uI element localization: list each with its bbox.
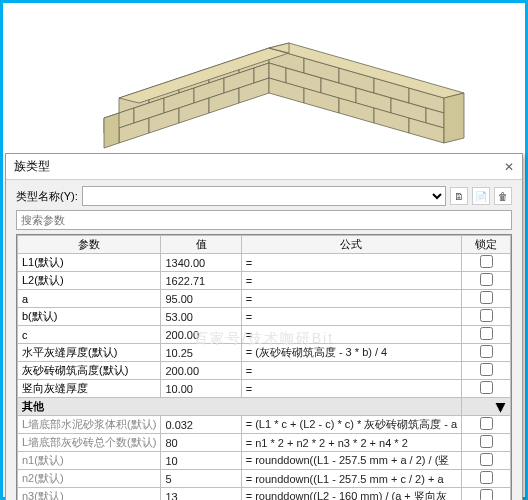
param-name-cell[interactable]: L1(默认): [18, 254, 161, 272]
typename-label: 类型名称(Y):: [16, 189, 78, 204]
table-row[interactable]: a95.00=: [18, 290, 511, 308]
dialog-title: 族类型: [14, 158, 50, 175]
lock-checkbox[interactable]: [480, 489, 493, 500]
param-formula-cell[interactable]: =: [241, 272, 462, 290]
param-lock-cell[interactable]: [462, 470, 511, 488]
table-row[interactable]: n1(默认)10= rounddown((L1 - 257.5 mm + a /…: [18, 452, 511, 470]
param-formula-cell[interactable]: =: [241, 290, 462, 308]
lock-checkbox[interactable]: [480, 291, 493, 304]
param-name-cell[interactable]: c: [18, 326, 161, 344]
dialog-titlebar: 族类型 ✕: [6, 154, 522, 180]
lock-checkbox[interactable]: [480, 345, 493, 358]
param-formula-cell[interactable]: =: [241, 380, 462, 398]
col-header-formula[interactable]: 公式: [241, 236, 462, 254]
param-name-cell[interactable]: L墙底部水泥砂浆体积(默认): [18, 416, 161, 434]
param-formula-cell[interactable]: = rounddown((L2 - 160 mm) / (a + 竖向灰: [241, 488, 462, 501]
param-name-cell[interactable]: n2(默认): [18, 470, 161, 488]
table-row[interactable]: 竖向灰缝厚度10.00=: [18, 380, 511, 398]
param-name-cell[interactable]: n3(默认): [18, 488, 161, 501]
param-name-cell[interactable]: L墙底部灰砂砖总个数(默认): [18, 434, 161, 452]
param-lock-cell[interactable]: [462, 308, 511, 326]
param-name-cell[interactable]: a: [18, 290, 161, 308]
typename-select[interactable]: [82, 186, 446, 206]
lock-checkbox[interactable]: [480, 417, 493, 430]
param-value-cell[interactable]: 1622.71: [161, 272, 241, 290]
table-row[interactable]: n3(默认)13= rounddown((L2 - 160 mm) / (a +…: [18, 488, 511, 501]
lock-checkbox[interactable]: [480, 327, 493, 340]
search-input[interactable]: [16, 210, 512, 230]
parameter-grid[interactable]: 参数 值 公式 锁定 L1(默认)1340.00=L2(默认)1622.71=a…: [16, 234, 512, 500]
lock-checkbox[interactable]: [480, 309, 493, 322]
param-value-cell[interactable]: 10.00: [161, 380, 241, 398]
param-value-cell[interactable]: 53.00: [161, 308, 241, 326]
param-value-cell[interactable]: 10: [161, 452, 241, 470]
param-formula-cell[interactable]: = (灰砂砖砌筑高度 - 3 * b) / 4: [241, 344, 462, 362]
param-lock-cell[interactable]: [462, 344, 511, 362]
lock-checkbox[interactable]: [480, 381, 493, 394]
param-name-cell[interactable]: L2(默认): [18, 272, 161, 290]
param-formula-cell[interactable]: =: [241, 326, 462, 344]
table-row[interactable]: b(默认)53.00=: [18, 308, 511, 326]
param-value-cell[interactable]: 0.032: [161, 416, 241, 434]
param-formula-cell[interactable]: = n1 * 2 + n2 * 2 + n3 * 2 + n4 * 2: [241, 434, 462, 452]
col-header-value[interactable]: 值: [161, 236, 241, 254]
param-name-cell[interactable]: 竖向灰缝厚度: [18, 380, 161, 398]
svg-marker-35: [104, 113, 119, 148]
param-name-cell[interactable]: 水平灰缝厚度(默认): [18, 344, 161, 362]
param-lock-cell[interactable]: [462, 380, 511, 398]
param-value-cell[interactable]: 95.00: [161, 290, 241, 308]
col-header-lock[interactable]: 锁定: [462, 236, 511, 254]
rename-type-icon[interactable]: 🗑: [494, 187, 512, 205]
lock-checkbox[interactable]: [480, 273, 493, 286]
param-value-cell[interactable]: 200.00: [161, 326, 241, 344]
table-row[interactable]: n2(默认)5= rounddown((L1 - 257.5 mm + c / …: [18, 470, 511, 488]
param-value-cell[interactable]: 200.00: [161, 362, 241, 380]
param-formula-cell[interactable]: =: [241, 308, 462, 326]
table-row[interactable]: 水平灰缝厚度(默认)10.25= (灰砂砖砌筑高度 - 3 * b) / 4: [18, 344, 511, 362]
close-icon[interactable]: ✕: [504, 160, 514, 174]
lock-checkbox[interactable]: [480, 363, 493, 376]
param-name-cell[interactable]: b(默认): [18, 308, 161, 326]
lock-checkbox[interactable]: [480, 435, 493, 448]
table-row[interactable]: L1(默认)1340.00=: [18, 254, 511, 272]
param-lock-cell[interactable]: [462, 434, 511, 452]
param-formula-cell[interactable]: = (L1 * c + (L2 - c) * c) * 灰砂砖砌筑高度 - a: [241, 416, 462, 434]
param-value-cell[interactable]: 1340.00: [161, 254, 241, 272]
param-lock-cell[interactable]: [462, 290, 511, 308]
lock-checkbox[interactable]: [480, 255, 493, 268]
group-row[interactable]: 其他⯆: [18, 398, 511, 416]
lock-checkbox[interactable]: [480, 471, 493, 484]
param-formula-cell[interactable]: =: [241, 254, 462, 272]
param-lock-cell[interactable]: [462, 254, 511, 272]
param-name-cell[interactable]: 灰砂砖砌筑高度(默认): [18, 362, 161, 380]
param-value-cell[interactable]: 10.25: [161, 344, 241, 362]
param-value-cell[interactable]: 80: [161, 434, 241, 452]
param-lock-cell[interactable]: [462, 416, 511, 434]
brick-wall-illustration: [54, 3, 474, 153]
param-value-cell[interactable]: 13: [161, 488, 241, 501]
table-row[interactable]: L墙底部灰砂砖总个数(默认)80= n1 * 2 + n2 * 2 + n3 *…: [18, 434, 511, 452]
lock-checkbox[interactable]: [480, 453, 493, 466]
svg-marker-36: [444, 93, 464, 143]
param-value-cell[interactable]: 5: [161, 470, 241, 488]
family-types-dialog: 族类型 ✕ 类型名称(Y): 🗎 📄 🗑 参数: [5, 153, 523, 500]
table-row[interactable]: L2(默认)1622.71=: [18, 272, 511, 290]
param-lock-cell[interactable]: [462, 362, 511, 380]
model-viewport[interactable]: [3, 3, 525, 153]
table-row[interactable]: L墙底部水泥砂浆体积(默认)0.032= (L1 * c + (L2 - c) …: [18, 416, 511, 434]
param-lock-cell[interactable]: [462, 272, 511, 290]
param-formula-cell[interactable]: = rounddown((L1 - 257.5 mm + c / 2) + a: [241, 470, 462, 488]
param-lock-cell[interactable]: [462, 452, 511, 470]
param-formula-cell[interactable]: = rounddown((L1 - 257.5 mm + a / 2) / (竖: [241, 452, 462, 470]
param-lock-cell[interactable]: [462, 326, 511, 344]
table-row[interactable]: c200.00=: [18, 326, 511, 344]
param-name-cell[interactable]: n1(默认): [18, 452, 161, 470]
param-formula-cell[interactable]: =: [241, 362, 462, 380]
table-row[interactable]: 灰砂砖砌筑高度(默认)200.00=: [18, 362, 511, 380]
new-type-icon[interactable]: 🗎: [450, 187, 468, 205]
col-header-param[interactable]: 参数: [18, 236, 161, 254]
param-lock-cell[interactable]: [462, 488, 511, 501]
copy-type-icon[interactable]: 📄: [472, 187, 490, 205]
